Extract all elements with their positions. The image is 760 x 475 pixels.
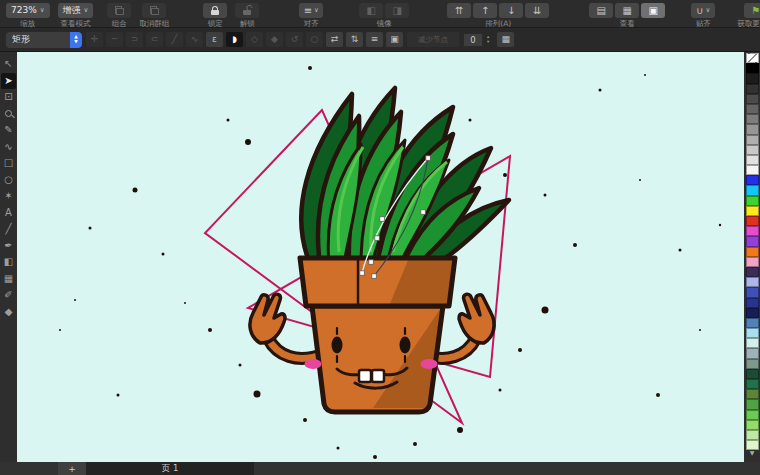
color-swatch[interactable] — [746, 145, 759, 155]
snap-dropdown-button[interactable]: ∪ ∨ — [691, 3, 715, 18]
color-swatch[interactable] — [746, 185, 759, 195]
view-normal-button[interactable]: ▤ — [589, 3, 613, 18]
close-curve-button[interactable]: ○ — [306, 32, 323, 47]
elastic-mode-button[interactable]: ε — [206, 32, 223, 47]
color-swatch[interactable] — [746, 277, 759, 287]
smoothness-slider-button[interactable]: ▦ — [497, 32, 514, 47]
smooth-node-button[interactable]: ◗ — [226, 32, 243, 47]
color-swatch[interactable] — [746, 257, 759, 267]
to-curve-button[interactable]: ∿ — [186, 32, 203, 47]
color-swatch[interactable] — [746, 124, 759, 134]
group-button[interactable] — [107, 3, 131, 18]
color-swatch[interactable] — [746, 53, 759, 63]
lock-icon — [211, 10, 219, 16]
ungroup-button[interactable] — [142, 3, 166, 18]
color-swatch[interactable] — [746, 155, 759, 165]
join-nodes-button[interactable]: ⊃ — [126, 32, 143, 47]
color-swatch[interactable] — [746, 206, 759, 216]
get-more-button[interactable]: ⚑ — [744, 3, 760, 18]
color-swatch[interactable] — [746, 94, 759, 104]
break-curve-button[interactable]: ⊂ — [146, 32, 163, 47]
color-swatch[interactable] — [746, 84, 759, 94]
artistic-media-tool[interactable]: ∿ — [1, 139, 16, 156]
freehand-tool[interactable]: ✎ — [1, 122, 16, 139]
color-swatch[interactable] — [746, 379, 759, 389]
to-front-button[interactable]: ⇈ — [447, 3, 471, 18]
color-swatch[interactable] — [746, 369, 759, 379]
curve-smoothness-input[interactable]: 0 — [463, 33, 483, 47]
eyedropper-tool[interactable]: ✐ — [1, 287, 16, 304]
interactive-fill-tool[interactable]: ◧ — [1, 254, 16, 271]
color-swatch[interactable] — [746, 420, 759, 430]
color-swatch[interactable] — [746, 73, 759, 83]
backward-one-button[interactable]: ↓ — [499, 3, 523, 18]
smart-fill-tool[interactable]: ◆ — [1, 304, 16, 321]
color-swatch[interactable] — [746, 104, 759, 114]
canvas[interactable] — [17, 52, 744, 462]
stretch-nodes-button[interactable]: ⇄ — [326, 32, 343, 47]
to-back-button[interactable]: ⇊ — [525, 3, 549, 18]
color-swatch[interactable] — [746, 165, 759, 175]
color-swatch[interactable] — [746, 135, 759, 145]
text-tool[interactable]: A — [1, 205, 16, 222]
color-swatch[interactable] — [746, 328, 759, 338]
zoom-tool[interactable] — [1, 106, 16, 123]
symmetric-node-button[interactable]: ◆ — [266, 32, 283, 47]
color-swatch[interactable] — [746, 348, 759, 358]
color-swatch[interactable] — [746, 389, 759, 399]
color-swatch[interactable] — [746, 175, 759, 185]
view-grid-button[interactable]: ▦ — [615, 3, 639, 18]
color-swatch[interactable] — [746, 430, 759, 440]
unlock-button[interactable] — [235, 3, 259, 18]
add-page-button[interactable]: + — [58, 462, 86, 475]
color-swatch[interactable] — [746, 318, 759, 328]
color-swatch[interactable] — [746, 359, 759, 369]
reduce-nodes-button[interactable]: 减少节点 — [407, 32, 459, 47]
rotate-nodes-button[interactable]: ⇅ — [346, 32, 363, 47]
align-nodes-button[interactable]: ≡ — [366, 32, 383, 47]
color-swatch[interactable] — [746, 114, 759, 124]
color-swatch[interactable] — [746, 196, 759, 206]
page-tab[interactable]: 页 1 — [86, 462, 254, 475]
view-mode-select[interactable]: 增强 ∨ — [58, 3, 94, 18]
align-dropdown-button[interactable]: ≡ ∨ — [299, 3, 323, 18]
color-swatch[interactable] — [746, 298, 759, 308]
lock-button[interactable] — [203, 3, 227, 18]
zoom-select[interactable]: 723% ∨ — [6, 3, 50, 18]
color-swatch[interactable] — [746, 63, 759, 73]
view-frame-button[interactable]: ▣ — [641, 3, 665, 18]
line-tool[interactable]: ╱ — [1, 221, 16, 238]
tool-icon: A — [5, 208, 12, 218]
color-swatch[interactable] — [746, 226, 759, 236]
reverse-direction-button[interactable]: ↺ — [286, 32, 303, 47]
cusp-node-button[interactable]: ◇ — [246, 32, 263, 47]
palette-more-button[interactable]: ▼ — [750, 450, 755, 456]
color-swatch[interactable] — [746, 247, 759, 257]
rectangle-tool[interactable]: □ — [1, 155, 16, 172]
polygon-tool[interactable]: ✶ — [1, 188, 16, 205]
delete-node-button[interactable]: ─ — [106, 32, 123, 47]
color-swatch[interactable] — [746, 236, 759, 246]
plant-leaves[interactable] — [301, 88, 509, 264]
color-swatch[interactable] — [746, 287, 759, 297]
to-line-button[interactable]: ╱ — [166, 32, 183, 47]
crop-tool[interactable]: ⊡ — [1, 89, 16, 106]
transparency-tool[interactable]: ▦ — [1, 271, 16, 288]
mirror-horizontal-button[interactable]: ◧ — [359, 3, 383, 18]
shape-tool[interactable]: ➤ — [1, 73, 16, 90]
pick-tool[interactable]: ↖ — [1, 56, 16, 73]
color-swatch[interactable] — [746, 308, 759, 318]
color-swatch[interactable] — [746, 410, 759, 420]
pen-tool[interactable]: ✒ — [1, 238, 16, 255]
color-swatch[interactable] — [746, 399, 759, 409]
color-swatch[interactable] — [746, 338, 759, 348]
color-swatch[interactable] — [746, 216, 759, 226]
forward-one-button[interactable]: ↑ — [473, 3, 497, 18]
ellipse-tool[interactable]: ○ — [1, 172, 16, 189]
color-swatch[interactable] — [746, 267, 759, 277]
shape-type-select[interactable]: 矩形 ▲ ▼ — [6, 32, 82, 48]
select-all-nodes-button[interactable]: ▣ — [386, 32, 403, 47]
smoothness-stepper[interactable]: ▴ ▾ — [487, 35, 489, 45]
mirror-vertical-button[interactable]: ◨ — [385, 3, 409, 18]
add-node-button[interactable]: ✛ — [86, 32, 103, 47]
